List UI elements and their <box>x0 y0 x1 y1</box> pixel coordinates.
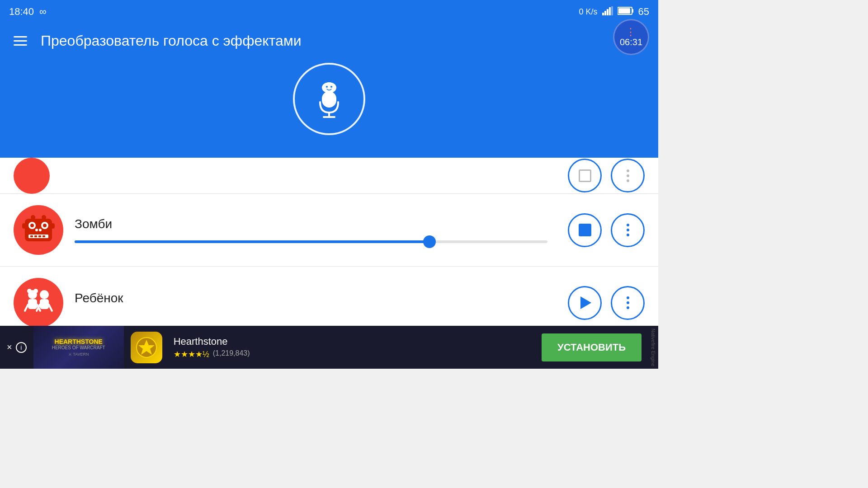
child-title: Ребёнок <box>75 291 557 305</box>
list-item-partial <box>0 158 658 194</box>
svg-rect-23 <box>34 235 37 237</box>
svg-point-39 <box>33 289 38 293</box>
svg-line-37 <box>49 305 52 311</box>
svg-point-10 <box>330 86 332 88</box>
zombie-title: Зомби <box>75 217 557 231</box>
infinity-icon: ∞ <box>39 6 47 18</box>
ad-text-area: Hearthstone ★★★★½ (1,219,843) <box>169 333 542 361</box>
child-more-icon <box>627 296 629 309</box>
ad-stars: ★★★★½ <box>174 349 209 359</box>
ad-close-area: × i <box>0 342 33 353</box>
ad-banner: × i HEARTHSTONE HEROES OF WARCRAFT ⚔ TAV… <box>0 326 658 369</box>
svg-rect-25 <box>42 235 45 237</box>
svg-line-32 <box>25 305 28 311</box>
zombie-more-icon <box>627 224 629 236</box>
app-title: Преобразователь голоса с эффектами <box>41 33 645 49</box>
zombie-progress-bar[interactable] <box>75 240 547 243</box>
svg-rect-4 <box>611 6 613 15</box>
status-left: 18:40 ∞ <box>9 6 47 18</box>
list-area: Зомби <box>0 158 658 339</box>
zombie-more-button[interactable] <box>611 213 645 247</box>
ad-image: HEARTHSTONE HEROES OF WARCRAFT ⚔ TAVERN <box>33 326 124 369</box>
data-speed: 0 K/s <box>579 7 597 17</box>
ad-info-button[interactable]: i <box>16 342 27 353</box>
child-play-button[interactable] <box>568 286 602 320</box>
svg-point-29 <box>42 215 46 220</box>
play-icon <box>580 296 591 309</box>
svg-rect-7 <box>618 8 630 14</box>
svg-point-17 <box>30 224 34 227</box>
list-item-zombie: Зомби <box>0 194 658 267</box>
ad-game-title: Hearthstone <box>174 336 537 347</box>
svg-point-19 <box>35 229 38 231</box>
status-bar: 18:40 ∞ 0 K/s 65 <box>0 0 658 23</box>
stop-icon <box>579 224 591 236</box>
child-icon-circle <box>14 278 63 328</box>
child-controls <box>568 286 645 320</box>
svg-rect-2 <box>607 9 609 15</box>
ad-install-button[interactable]: УСТАНОВИТЬ <box>542 333 642 361</box>
zombie-icon-circle <box>14 205 63 255</box>
svg-point-20 <box>39 229 42 231</box>
app-header: Преобразователь голоса с эффектами ⋮ 06:… <box>0 23 658 49</box>
svg-rect-26 <box>22 223 26 229</box>
svg-point-38 <box>27 289 32 293</box>
signal-icon <box>602 6 613 18</box>
battery-icon <box>618 6 634 18</box>
partial-control-btn-1[interactable] <box>568 159 602 192</box>
child-item-content: Ребёнок <box>75 291 557 314</box>
svg-rect-3 <box>609 7 611 15</box>
svg-point-9 <box>326 86 328 88</box>
svg-rect-27 <box>51 223 55 229</box>
svg-point-18 <box>43 224 47 227</box>
zombie-controls <box>568 213 645 247</box>
svg-point-34 <box>40 290 49 299</box>
ad-game-icon <box>131 332 162 363</box>
svg-rect-31 <box>28 299 37 309</box>
partial-control-btn-2[interactable] <box>611 159 645 192</box>
zombie-progress-fill <box>75 240 429 243</box>
zombie-stop-button[interactable] <box>568 213 602 247</box>
svg-rect-6 <box>632 9 633 13</box>
timer-dots-icon: ⋮ <box>626 27 637 37</box>
ad-engine-label: Nativefire Engine <box>651 328 658 366</box>
zombie-item-content: Зомби <box>75 217 557 243</box>
svg-rect-22 <box>30 235 33 237</box>
mic-area <box>0 49 658 158</box>
battery-level: 65 <box>638 6 649 18</box>
svg-rect-24 <box>38 235 41 237</box>
zombie-progress-thumb <box>423 235 436 248</box>
ad-reviews: (1,219,843) <box>213 349 250 357</box>
time-display: 18:40 <box>9 6 34 18</box>
ad-close-button[interactable]: × <box>7 342 12 352</box>
mic-button[interactable] <box>293 63 365 135</box>
svg-rect-35 <box>40 299 49 309</box>
timer-time: 06:31 <box>620 37 642 47</box>
partial-controls <box>568 159 645 192</box>
partial-item-icon <box>14 158 50 194</box>
svg-rect-1 <box>604 11 606 15</box>
child-more-button[interactable] <box>611 286 645 320</box>
svg-rect-0 <box>602 13 604 15</box>
status-right: 0 K/s 65 <box>579 6 649 18</box>
svg-point-28 <box>31 215 35 220</box>
svg-rect-11 <box>322 91 336 108</box>
menu-button[interactable] <box>14 36 27 46</box>
timer-badge[interactable]: ⋮ 06:31 <box>613 19 649 55</box>
